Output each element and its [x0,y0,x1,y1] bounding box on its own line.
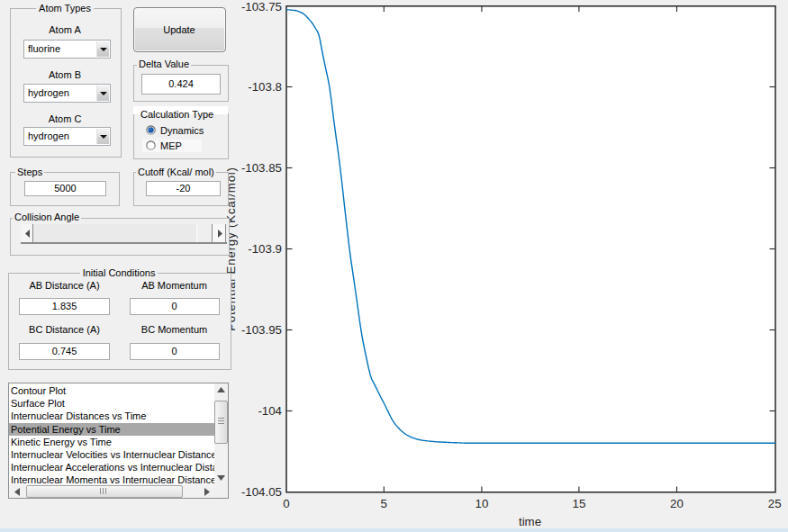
svg-text:time: time [519,515,541,528]
svg-text:0: 0 [283,497,289,510]
svg-text:-103.85: -103.85 [241,161,282,175]
svg-text:-103.75: -103.75 [241,0,282,14]
svg-text:-104: -104 [258,404,282,418]
svg-text:-103.95: -103.95 [241,323,282,337]
svg-text:25: 25 [768,497,782,510]
svg-text:5: 5 [381,497,387,510]
svg-text:10: 10 [476,497,489,510]
svg-text:15: 15 [573,497,586,510]
svg-text:-104.05: -104.05 [241,485,282,499]
svg-text:20: 20 [670,497,684,510]
svg-text:-103.8: -103.8 [248,80,282,94]
svg-text:-103.9: -103.9 [248,242,282,256]
